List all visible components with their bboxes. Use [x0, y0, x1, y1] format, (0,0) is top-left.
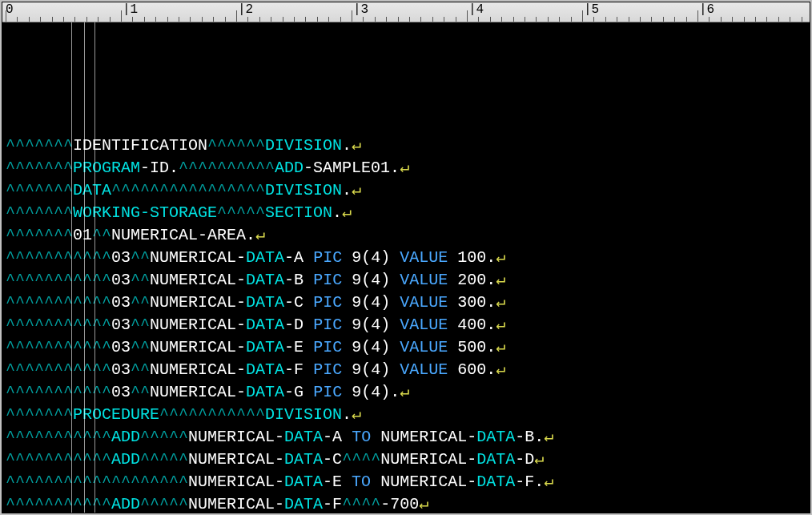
eol-icon: ↵	[496, 360, 505, 379]
ruler-label: |4	[468, 2, 484, 17]
ruler-tick-minor	[52, 17, 53, 22]
ruler-label: |6	[699, 2, 714, 17]
code-token: NUMERICAL-	[371, 428, 476, 446]
code-line[interactable]: ^^^^^^^^^^^03^^NUMERICAL-DATA-A PIC 9(4)…	[2, 247, 810, 269]
ruler-tick-minor	[386, 17, 387, 22]
code-token: 9(4)	[342, 248, 400, 267]
code-line[interactable]: ^^^^^^^PROGRAM-ID.^^^^^^^^^^ADD-SAMPLE01…	[2, 157, 810, 179]
ruler-tick-minor	[536, 17, 537, 22]
code-line[interactable]: ^^^^^^^^^^^03^^NUMERICAL-DATA-C PIC 9(4)…	[2, 292, 810, 314]
code-token: 500.	[448, 338, 496, 356]
code-line[interactable]: ^^^^^^^^^^^ADD^^^^^NUMERICAL-DATA-F^^^^-…	[2, 493, 810, 513]
whitespace-marker: ^^^^^^^^^^^	[159, 405, 265, 424]
whitespace-marker: ^^^^^^^^^^^^^^^^	[111, 181, 265, 199]
code-line[interactable]: ^^^^^^^IDENTIFICATION^^^^^^DIVISION.↵	[2, 135, 810, 157]
code-line[interactable]: ^^^^^^^^^^^^^^^^^^^NUMERICAL-DATA-E TO N…	[2, 471, 810, 493]
keyword-token: DATA	[246, 383, 284, 401]
whitespace-marker: ^^^^^^^^^^^	[6, 338, 111, 356]
code-line[interactable]: ^^^^^^^^^^^03^^NUMERICAL-DATA-B PIC 9(4)…	[2, 269, 810, 292]
code-token: -F.	[515, 473, 544, 491]
ruler-tick-minor	[444, 17, 444, 22]
code-token: 9(4).	[342, 383, 400, 401]
margin-rule-2	[84, 22, 85, 513]
keyword-token: DATA	[284, 473, 323, 491]
code-token: -G	[284, 383, 313, 401]
ruler-tick-minor	[478, 17, 479, 22]
ruler-tick-minor	[202, 17, 203, 22]
ruler-tick-minor	[40, 17, 41, 22]
code-line[interactable]: ^^^^^^^^^^^03^^NUMERICAL-DATA-D PIC 9(4)…	[2, 314, 810, 336]
code-token: 9(4)	[342, 271, 400, 289]
code-token: -A	[323, 428, 352, 446]
ruler-tick-minor	[605, 17, 606, 22]
margin-rule-1	[71, 22, 72, 513]
code-line[interactable]: ^^^^^^^^^^^03^^NUMERICAL-DATA-F PIC 9(4)…	[2, 359, 810, 381]
eol-icon: ↵	[352, 405, 361, 424]
whitespace-marker: ^^^^	[342, 450, 380, 469]
ruler-tick-minor	[74, 17, 75, 22]
code-token: NUMERICAL-	[188, 473, 284, 491]
ruler-tick-major	[697, 10, 698, 22]
ruler-tick-minor	[593, 17, 594, 22]
whitespace-marker: ^^^^^	[140, 428, 188, 446]
keyword-token: DIVISION	[265, 181, 342, 199]
ruler-tick-minor	[663, 17, 664, 22]
eol-icon: ↵	[534, 450, 544, 469]
ruler-tick-minor	[294, 17, 295, 22]
code-editor[interactable]: ^^^^^^^IDENTIFICATION^^^^^^DIVISION.↵^^^…	[2, 22, 810, 513]
ruler-tick-minor	[732, 17, 733, 22]
code-token: NUMERICAL-	[371, 473, 476, 491]
ruler-tick-minor	[559, 17, 560, 22]
ruler-tick-minor	[432, 17, 433, 22]
code-token: 9(4)	[342, 316, 400, 334]
keyword-token: DATA	[284, 428, 323, 446]
editor-window: 0|1|2|3|4|5|6|7 ^^^^^^^IDENTIFICATION^^^…	[2, 2, 810, 513]
code-line[interactable]: ^^^^^^^DATA^^^^^^^^^^^^^^^^DIVISION.↵	[2, 179, 810, 202]
whitespace-marker: ^^^^^^^	[6, 226, 73, 244]
ruler-tick-major	[121, 10, 122, 22]
eol-icon: ↵	[544, 428, 553, 446]
whitespace-marker: ^^^^^^^^^^^	[6, 271, 111, 289]
code-token: -C	[284, 293, 313, 312]
keyword-token: ADD	[111, 450, 140, 469]
whitespace-marker: ^^^^^^^	[6, 159, 73, 177]
code-token: -SAMPLE01.	[303, 159, 400, 177]
ruler-label: 0	[6, 2, 14, 17]
code-token: 01	[73, 226, 92, 244]
whitespace-marker: ^^^^^^^^^^	[179, 159, 275, 177]
code-line[interactable]: ^^^^^^^^^^^03^^NUMERICAL-DATA-E PIC 9(4)…	[2, 336, 810, 359]
whitespace-marker: ^^^^^^^^^^^	[6, 248, 111, 267]
ruler-tick-minor	[259, 17, 260, 22]
keyword-token: PIC	[313, 383, 342, 401]
code-line[interactable]: ^^^^^^^PROCEDURE^^^^^^^^^^^DIVISION.↵	[2, 404, 810, 426]
code-token: NUMERICAL-AREA.	[111, 226, 255, 244]
ruler-tick-minor	[17, 17, 18, 22]
ruler-tick-minor	[778, 17, 779, 22]
ruler-tick-minor	[305, 17, 306, 22]
ruler-tick-minor	[651, 17, 652, 22]
code-token: -E	[284, 338, 313, 356]
ruler-tick-minor	[744, 17, 745, 22]
ruler-tick-minor	[98, 17, 98, 22]
whitespace-marker: ^^^^^^^^^^^	[6, 293, 111, 312]
code-line[interactable]: ^^^^^^^^^^^03^^NUMERICAL-DATA-G PIC 9(4)…	[2, 381, 810, 404]
ruler-tick-minor	[213, 17, 214, 22]
code-line[interactable]: ^^^^^^^WORKING-STORAGE^^^^^SECTION.↵	[2, 202, 810, 224]
code-token: -B	[284, 271, 313, 289]
code-line[interactable]: ^^^^^^^01^^NUMERICAL-AREA.↵	[2, 224, 810, 247]
whitespace-marker: ^^^^^^^^^^^	[6, 495, 111, 513]
ruler-tick-minor	[29, 17, 30, 22]
keyword-token: PIC	[313, 316, 342, 334]
code-line[interactable]: ^^^^^^^^^^^ADD^^^^^NUMERICAL-DATA-C^^^^N…	[2, 449, 810, 471]
keyword-token: DATA	[246, 248, 284, 267]
whitespace-marker: ^^	[131, 248, 150, 267]
code-token: -B.	[515, 428, 544, 446]
code-token: .	[342, 136, 352, 155]
keyword-token: DATA	[246, 316, 284, 334]
code-token: .	[332, 203, 342, 222]
ruler-label: |5	[584, 2, 599, 17]
ruler-tick-minor	[629, 17, 629, 22]
ruler-tick-minor	[283, 17, 283, 22]
code-line[interactable]: ^^^^^^^^^^^ADD^^^^^NUMERICAL-DATA-A TO N…	[2, 426, 810, 449]
ruler-tick-minor	[709, 17, 709, 22]
